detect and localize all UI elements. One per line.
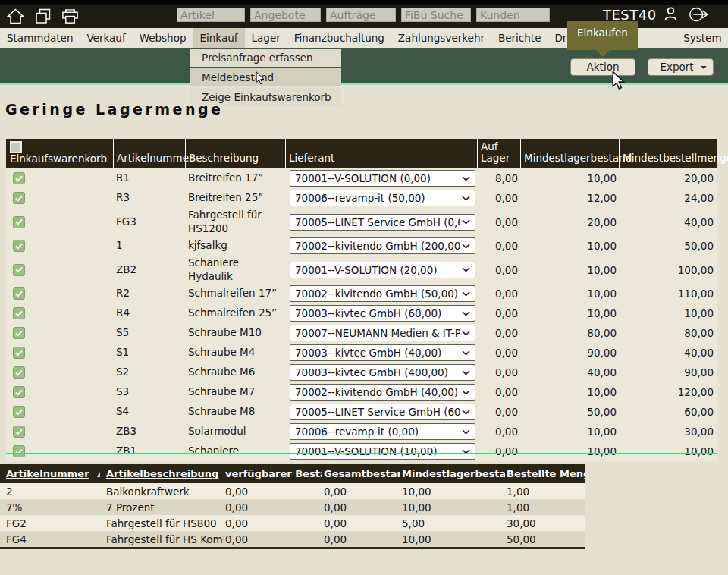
lieferant-select[interactable]: 70001--V-SOLUTION (20,00): [290, 262, 475, 278]
home-icon: [6, 8, 25, 24]
artikelnummer-cell: FG2: [0, 517, 100, 529]
menu-item-verkauf[interactable]: Verkauf: [80, 28, 132, 48]
mindestlagerbestand-cell: 80,00: [521, 326, 620, 340]
lieferant-select[interactable]: 70003--kivtec GmbH (40,00): [290, 344, 475, 361]
mindestbestellmenge-cell: 110,00: [620, 287, 717, 300]
select-all-checkbox[interactable]: [10, 141, 22, 153]
row-checkbox[interactable]: [13, 386, 25, 398]
user-menu-button[interactable]: [664, 7, 677, 24]
lieferant-select[interactable]: 70007--NEUMANN Medien & IT-Proje: [290, 325, 475, 341]
chevron-down-icon: [462, 219, 470, 225]
lieferant-cell: 70007--NEUMANN Medien & IT-Proje: [286, 324, 478, 342]
einkaufswarenkorb-cell: [6, 239, 114, 253]
mindestlagerbestand-cell: 10,00: [521, 287, 620, 300]
search-input-kunden[interactable]: [476, 8, 550, 22]
sort-artikelnummer[interactable]: Artikelnummer: [6, 468, 89, 479]
logout-icon: [687, 7, 711, 22]
article-row: S4Schraube M870005--LINET Service GmbH (…: [6, 402, 717, 422]
row-checkbox[interactable]: [13, 307, 25, 319]
menu-item-lager[interactable]: Lager: [245, 28, 287, 48]
menu-option-meldebestand[interactable]: Meldebestand: [190, 68, 341, 86]
topbar-strip: [0, 0, 728, 5]
lieferant-select[interactable]: 70002--kivitendo GmbH (40,00): [290, 384, 475, 401]
menu-item-einkauf[interactable]: Einkauf: [193, 28, 245, 48]
lieferant-select[interactable]: 70002--kivitendo GmbH (200,00): [290, 237, 475, 254]
lieferant-select[interactable]: 70005--LINET Service GmbH (60,00): [290, 404, 475, 420]
mindestlagerbestand-cell: 10,00: [521, 425, 620, 438]
lieferant-select[interactable]: 70005--LINET Service GmbH (0,00): [290, 214, 475, 231]
artikelnummer-cell: S5: [114, 325, 186, 341]
einkaufen-button[interactable]: Einkaufen: [567, 21, 638, 50]
report-row: 7%7 Prozent0,000,0010,001,00: [0, 499, 585, 515]
menu-option-preisanfrage-erfassen[interactable]: Preisanfrage erfassen: [190, 49, 341, 67]
search-input-fibu-suche[interactable]: [401, 8, 471, 22]
print-button[interactable]: [61, 8, 79, 24]
aktion-button[interactable]: Aktion: [570, 58, 635, 76]
menu-item-webshop[interactable]: Webshop: [133, 28, 193, 48]
chevron-down-icon: [462, 390, 470, 395]
mindestlagerbestand-cell: 12,00: [521, 191, 620, 205]
row-checkbox[interactable]: [13, 445, 25, 457]
lieferant-value: 70002--kivitendo GmbH (50,00): [295, 288, 458, 300]
row-checkbox[interactable]: [13, 426, 25, 438]
lieferant-select[interactable]: 70002--kivitendo GmbH (50,00): [290, 285, 475, 302]
lieferant-select[interactable]: 70003--kivtec GmbH (60,00): [290, 305, 475, 322]
mindestbestellmenge-cell: 30,00: [620, 425, 717, 438]
home-button[interactable]: [6, 8, 25, 24]
lieferant-cell: 70001--V-SOLUTION (0,00): [286, 169, 478, 187]
row-checkbox[interactable]: [13, 347, 25, 359]
lieferant-select[interactable]: 70006--revamp-it (50,00): [290, 190, 475, 206]
search-input-angebote[interactable]: [250, 8, 321, 22]
report-row: 2Balkonkraftwerk0,000,0010,001,00: [0, 483, 585, 499]
chevron-down-icon: [462, 410, 470, 415]
row-checkbox[interactable]: [13, 288, 25, 300]
auf-lager-cell: 0,00: [478, 239, 521, 253]
menu-option-zeige-einkaufswarenkorb[interactable]: Zeige Einkaufswarenkorb: [190, 88, 341, 106]
menu-item-zahlungsverkehr[interactable]: Zahlungsverkehr: [391, 28, 491, 48]
einkauf-dropdown-menu: Preisanfrage erfassenMeldebestandZeige E…: [190, 49, 341, 106]
chevron-down-icon: [462, 196, 470, 201]
menu-item-stammdaten[interactable]: Stammdaten: [0, 28, 80, 48]
beschreibung-cell: Breitreifen 17”: [186, 171, 286, 186]
auf-lager-cell: 0,00: [478, 287, 521, 300]
auf-lager-cell: 0,00: [478, 326, 521, 340]
lieferant-value: 70002--kivitendo GmbH (200,00): [295, 240, 460, 252]
menu-item-berichte[interactable]: Berichte: [491, 28, 548, 48]
row-checkbox[interactable]: [13, 327, 25, 339]
menu-item-system[interactable]: System: [676, 28, 728, 48]
col-mindestlagerbestand: Mindestlagerbestand: [400, 468, 505, 479]
artikelnummer-cell: R1: [114, 171, 186, 186]
lieferant-select[interactable]: 70001--V-SOLUTION (0,00): [290, 170, 475, 187]
auf-lager-cell: 0,00: [478, 405, 521, 419]
export-button[interactable]: Export: [648, 58, 714, 76]
logout-button[interactable]: [687, 7, 711, 24]
lieferant-cell: 70005--LINET Service GmbH (60,00): [286, 403, 478, 421]
artikelnummer-cell: FG4: [0, 533, 100, 545]
col-artikelnummer: Artikelnummer: [114, 139, 186, 168]
lieferant-select[interactable]: 70006--revamp-it (0,00): [290, 423, 475, 440]
row-checkbox[interactable]: [13, 172, 25, 184]
row-checkbox[interactable]: [13, 264, 25, 276]
lieferant-select[interactable]: 70001--V-SOLUTION (10,00): [290, 443, 475, 460]
copy-button[interactable]: [35, 8, 52, 24]
search-input-artikel[interactable]: [177, 8, 245, 22]
row-checkbox[interactable]: [13, 406, 25, 418]
mindestbestellmenge-cell: 10,00: [620, 445, 717, 458]
auf-lager-cell: 0,00: [478, 385, 521, 399]
beschreibung-cell: Solarmodul: [186, 424, 286, 439]
lieferant-cell: 70002--kivitendo GmbH (40,00): [286, 383, 478, 401]
lieferant-cell: 70003--kivtec GmbH (400,00): [286, 363, 478, 382]
beschreibung-cell: Fahrgestell für HS1200: [186, 208, 286, 236]
sort-artikelbeschreibung[interactable]: Artikelbeschreibung: [106, 468, 218, 479]
row-checkbox[interactable]: [13, 240, 25, 252]
artikelnummer-cell: R4: [114, 306, 186, 321]
mindestlagerbestand-cell: 10,00: [521, 385, 620, 399]
row-checkbox[interactable]: [13, 216, 25, 228]
search-input-aufträge[interactable]: [326, 8, 396, 22]
row-checkbox[interactable]: [13, 192, 25, 204]
menu-item-finanzbuchaltung[interactable]: Finanzbuchaltung: [287, 28, 391, 48]
lieferant-select[interactable]: 70003--kivtec GmbH (400,00): [290, 364, 475, 381]
row-checkbox[interactable]: [13, 366, 25, 379]
article-row: S5Schraube M1070007--NEUMANN Medien & IT…: [6, 323, 717, 343]
artikelnummer-cell: ZB1: [114, 444, 186, 459]
